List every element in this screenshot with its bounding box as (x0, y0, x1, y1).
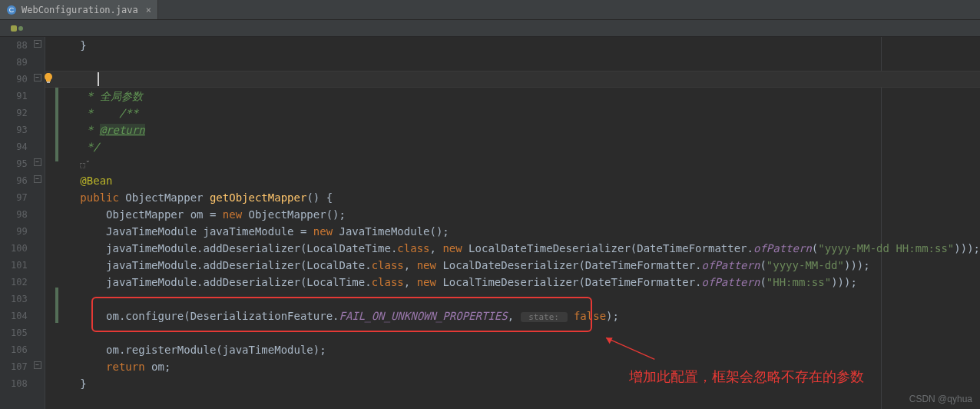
line-number: 102 (0, 274, 45, 291)
line-number: 88− (0, 37, 45, 54)
parameter-hint: state: (521, 312, 568, 322)
line-gutter: 88− 89 90− 91 92 93 94 95 − 96− 97 98 99… (0, 37, 45, 409)
line-number: 92 (0, 105, 45, 121)
svg-rect-5 (47, 81, 50, 83)
code-line (45, 291, 980, 308)
fold-icon[interactable]: − (34, 158, 41, 166)
fold-icon[interactable]: − (34, 40, 41, 48)
line-number: 89 (0, 54, 45, 71)
bulb-icon[interactable] (42, 72, 55, 85)
code-line (45, 392, 980, 409)
line-number: 95 − (0, 155, 45, 172)
annotation-text: 增加此配置，框架会忽略不存在的参数 (629, 367, 864, 386)
run-gutter-icon[interactable] (11, 23, 25, 34)
watermark: CSDN @qyhua (909, 394, 972, 404)
line-number: 91 (0, 88, 45, 105)
line-number: 106 (0, 341, 45, 358)
fold-icon[interactable]: − (34, 361, 41, 369)
code-line: JavaTimeModule javaTimeModule = new Java… (45, 223, 980, 240)
line-number: 96− (0, 172, 45, 189)
code-line: public ObjectMapper getObjectMapper() { (45, 189, 980, 206)
code-editor[interactable]: 88− 89 90− 91 92 93 94 95 − 96− 97 98 99… (0, 37, 980, 409)
code-line: om.registerModule(javaTimeModule); (45, 341, 980, 358)
svg-point-3 (18, 26, 23, 31)
code-line: ObjectMapper om = new ObjectMapper(); (45, 206, 980, 223)
code-line: } (45, 37, 980, 54)
line-number: 99 (0, 223, 45, 240)
line-number: 94 (0, 138, 45, 155)
code-line: @Bean (45, 172, 980, 189)
code-line (45, 54, 980, 71)
line-number: 93 (0, 121, 45, 138)
code-line: * 全局参数 (45, 88, 980, 105)
code-line: * @return (45, 121, 980, 138)
tab-filename: WebConfiguration.java (22, 5, 138, 15)
tab-bar: C WebConfiguration.java × (0, 0, 980, 20)
code-line: */ (45, 138, 980, 155)
line-number: 97 (0, 189, 45, 206)
svg-rect-2 (11, 25, 17, 32)
line-number: 107− (0, 358, 45, 375)
code-area[interactable]: } /** * 全局参数 * * @return */ ⬚ˇ @Bean pub… (45, 37, 980, 409)
code-line (45, 324, 980, 341)
line-number: 105 (0, 324, 45, 341)
code-line: /** (45, 71, 980, 88)
line-number: 104 (0, 308, 45, 324)
line-number: 108 (0, 375, 45, 392)
code-line: om.configure(DeserializationFeature.FAIL… (45, 308, 980, 324)
code-line: javaTimeModule.addDeserializer(LocalTime… (45, 274, 980, 291)
code-line: ⬚ˇ (45, 155, 980, 172)
line-number: 100 (0, 240, 45, 257)
line-number: 90− (0, 71, 45, 88)
file-tab[interactable]: C WebConfiguration.java × (0, 0, 158, 19)
line-number: 98 (0, 206, 45, 223)
code-line: javaTimeModule.addDeserializer(LocalDate… (45, 257, 980, 274)
fold-icon[interactable]: − (34, 175, 41, 183)
svg-text:C: C (9, 6, 15, 14)
close-icon[interactable]: × (146, 5, 151, 15)
code-line: * (45, 105, 980, 121)
code-line: javaTimeModule.addDeserializer(LocalDate… (45, 240, 980, 257)
line-number: 103 (0, 291, 45, 308)
java-class-icon: C (6, 5, 17, 15)
text-caret (98, 72, 99, 86)
line-number: 101 (0, 257, 45, 274)
editor-toolbar (0, 20, 980, 37)
fold-icon[interactable]: − (34, 74, 41, 81)
